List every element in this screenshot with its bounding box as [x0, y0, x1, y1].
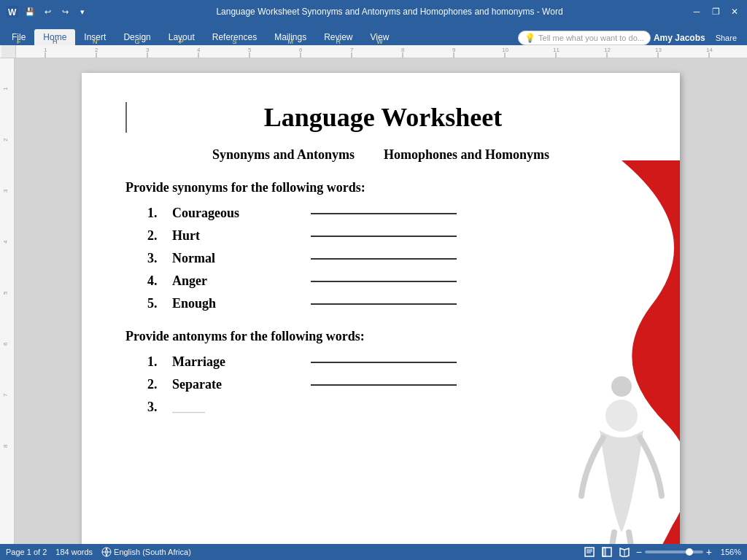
title-bar-left: W 💾 ↩ ↪ ▾ — [6, 5, 89, 18]
title-bar-right: ─ ❐ ✕ — [690, 5, 741, 18]
tell-me-box[interactable]: 💡 Tell me what you want to do... — [518, 31, 651, 45]
answer-line[interactable] — [311, 362, 457, 363]
svg-text:8: 8 — [401, 47, 405, 53]
svg-text:5: 5 — [2, 291, 9, 295]
tab-references[interactable]: References S — [204, 29, 266, 45]
item-word: Normal — [172, 251, 289, 266]
zoom-slider[interactable] — [645, 551, 703, 553]
svg-text:3: 3 — [2, 189, 9, 192]
web-layout-view-button[interactable] — [601, 546, 613, 558]
svg-text:6: 6 — [299, 47, 303, 53]
ruler-marks: 1 2 3 4 5 6 7 8 9 10 11 — [16, 45, 746, 58]
item-word: Courageous — [172, 206, 289, 221]
item-num: 2. — [147, 377, 165, 392]
tab-review[interactable]: Review R — [315, 29, 361, 45]
svg-rect-2 — [16, 45, 746, 58]
tab-file[interactable]: File F — [3, 29, 34, 45]
zoom-plus-button[interactable]: + — [706, 546, 712, 558]
item-num: 1. — [147, 206, 165, 221]
svg-text:13: 13 — [655, 47, 662, 53]
svg-text:12: 12 — [604, 47, 611, 53]
subtitle1: Synonyms and Antonyms — [212, 147, 355, 163]
svg-text:8: 8 — [2, 444, 9, 448]
share-button[interactable]: Share — [708, 32, 744, 44]
item-word: Enough — [172, 296, 289, 311]
item-num: 2. — [147, 228, 165, 244]
tab-layout[interactable]: Layout P — [160, 29, 204, 45]
save-icon[interactable]: 💾 — [23, 5, 36, 18]
subtitle2: Homophones and Homonyms — [384, 147, 549, 163]
page-indicator: Page 1 of 2 — [6, 548, 47, 556]
tab-design[interactable]: Design G — [115, 29, 159, 45]
ribbon-tabs: File F Home H Insert N Design G Layout P… — [0, 23, 747, 45]
item-num: 4. — [147, 273, 165, 289]
svg-text:7: 7 — [2, 393, 9, 397]
title-bar-title: Language Worksheet Synonyms and Antonyms… — [89, 7, 690, 17]
item-word: Separate — [172, 377, 289, 392]
svg-point-41 — [611, 376, 632, 397]
item-num: 3. — [147, 251, 165, 266]
svg-text:6: 6 — [2, 342, 9, 346]
redo-icon[interactable]: ↪ — [58, 5, 71, 18]
tell-me-text: Tell me what you want to do... — [538, 34, 644, 42]
restore-button[interactable]: ❐ — [709, 5, 722, 18]
read-mode-view-button[interactable] — [619, 546, 630, 558]
word-count: 184 words — [55, 548, 93, 556]
svg-point-40 — [605, 400, 638, 432]
svg-text:5: 5 — [248, 47, 252, 53]
zoom-level-label: 156% — [715, 548, 741, 556]
language-icon — [101, 547, 112, 557]
print-layout-view-button[interactable] — [584, 546, 595, 558]
svg-text:4: 4 — [197, 47, 201, 53]
answer-line[interactable] — [311, 236, 457, 237]
tab-mailings[interactable]: Mailings M — [266, 29, 315, 45]
svg-text:11: 11 — [553, 47, 560, 53]
ribbon: File F Home H Insert N Design G Layout P… — [0, 23, 747, 45]
item-num: 3. — [147, 400, 165, 415]
document-area[interactable]: Language Worksheet Synonyms and Antonyms… — [15, 58, 747, 544]
answer-line[interactable] — [311, 258, 457, 260]
answer-line[interactable] — [311, 213, 457, 214]
svg-text:2: 2 — [95, 47, 98, 53]
svg-text:3: 3 — [146, 47, 150, 53]
minimize-button[interactable]: ─ — [690, 5, 703, 18]
svg-text:W: W — [8, 7, 17, 18]
section1-heading: Provide synonyms for the following words… — [125, 180, 636, 195]
user-name-label: Amy Jacobs — [654, 33, 705, 43]
title-bar: W 💾 ↩ ↪ ▾ Language Worksheet Synonyms an… — [0, 0, 747, 23]
word-logo-icon: W — [6, 5, 19, 18]
customize-icon[interactable]: ▾ — [76, 5, 89, 18]
svg-rect-31 — [0, 58, 15, 496]
svg-rect-45 — [585, 548, 594, 556]
svg-text:10: 10 — [502, 47, 508, 53]
svg-text:14: 14 — [706, 47, 713, 53]
answer-line[interactable] — [311, 281, 457, 282]
ruler-corner — [1, 45, 16, 58]
status-right: − + 156% — [584, 546, 741, 558]
svg-text:7: 7 — [350, 47, 354, 53]
zoom-control[interactable]: − + 156% — [636, 546, 741, 558]
item-word: _____ — [172, 400, 289, 415]
tab-view[interactable]: View W — [362, 29, 398, 45]
svg-text:4: 4 — [2, 240, 9, 244]
main-area: 1 2 3 4 5 6 7 8 — [0, 58, 747, 544]
close-button[interactable]: ✕ — [728, 5, 741, 18]
svg-text:9: 9 — [452, 47, 456, 53]
status-bar: Page 1 of 2 184 words English (South Afr… — [0, 544, 747, 560]
section2-heading: Provide antonyms for the following words… — [125, 329, 636, 344]
tab-insert[interactable]: Insert N — [75, 29, 115, 45]
decorative-image — [563, 160, 680, 544]
item-num: 1. — [147, 354, 165, 370]
undo-icon[interactable]: ↩ — [41, 5, 54, 18]
language-indicator: English (South Africa) — [101, 547, 191, 557]
answer-line[interactable] — [311, 303, 457, 305]
document-title: Language Worksheet — [125, 102, 636, 133]
svg-text:1: 1 — [44, 47, 47, 53]
answer-line[interactable] — [311, 384, 457, 386]
top-ruler: 1 2 3 4 5 6 7 8 9 10 11 — [0, 45, 747, 58]
zoom-minus-button[interactable]: − — [636, 546, 642, 558]
tab-home[interactable]: Home H — [34, 29, 75, 45]
svg-text:2: 2 — [2, 138, 9, 141]
svg-text:1: 1 — [2, 87, 9, 90]
item-word: Anger — [172, 273, 289, 289]
